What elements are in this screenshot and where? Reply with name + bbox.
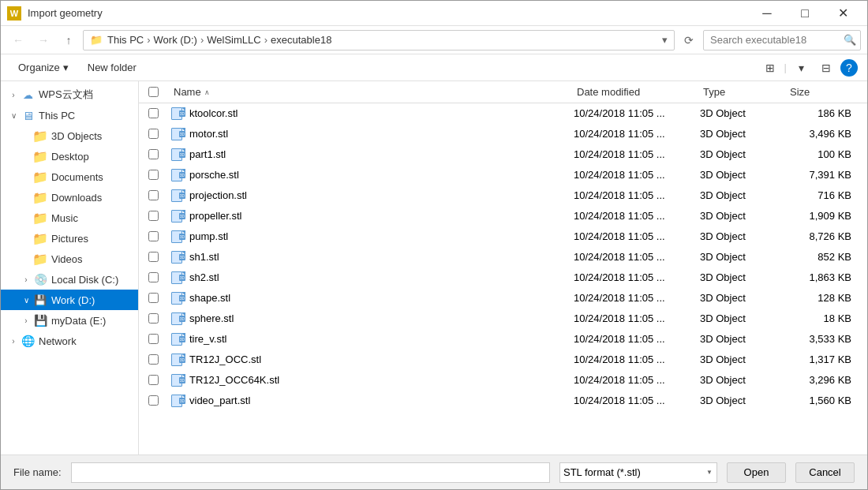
- table-row[interactable]: 3D TR12J_OCC.stl 10/24/2018 11:05 ... 3D…: [139, 350, 867, 370]
- table-row[interactable]: 3D motor.stl 10/24/2018 11:05 ... 3D Obj…: [139, 124, 867, 144]
- search-input[interactable]: [703, 30, 861, 50]
- file-type-cell: 3D Object: [700, 353, 787, 365]
- close-button[interactable]: ✕: [825, 1, 861, 26]
- row-checkbox[interactable]: [148, 170, 159, 180]
- file-type-cell: 3D Object: [700, 230, 787, 242]
- size-sort-button[interactable]: Size: [787, 81, 851, 103]
- address-bar: ← → ↑ 📁 This PC › Work (D:) › WelSimLLC …: [1, 26, 867, 54]
- name-sort-button[interactable]: Name ∧: [170, 81, 574, 103]
- panel-button[interactable]: ⊟: [815, 58, 837, 78]
- row-checkbox-cell: [139, 334, 167, 344]
- row-checkbox[interactable]: [148, 108, 159, 118]
- file-date-cell: 10/24/2018 11:05 ...: [574, 230, 700, 242]
- row-checkbox[interactable]: [148, 129, 159, 139]
- expand-icon: [20, 252, 32, 265]
- view-dropdown-button[interactable]: ▾: [790, 58, 812, 78]
- filename-input[interactable]: [71, 462, 550, 483]
- row-checkbox[interactable]: [148, 354, 159, 365]
- breadcrumb[interactable]: 📁 This PC › Work (D:) › WelSimLLC › exec…: [83, 30, 675, 50]
- file-size-cell: 1,317 KB: [787, 353, 858, 365]
- row-checkbox[interactable]: [148, 395, 159, 406]
- table-row[interactable]: 3D ktoolcor.stl 10/24/2018 11:05 ... 3D …: [139, 103, 867, 124]
- file-area: Name ∧ Date modified Type Size: [139, 81, 867, 454]
- table-row[interactable]: 3D sphere.stl 10/24/2018 11:05 ... 3D Ob…: [139, 309, 867, 329]
- file-name-cell: 3D sh1.stl: [167, 249, 574, 265]
- file-date-cell: 10/24/2018 11:05 ...: [574, 189, 700, 201]
- file-date: 10/24/2018 11:05 ...: [574, 169, 665, 181]
- drive-icon: 💿: [32, 273, 48, 286]
- file-type: 3D Object: [700, 395, 746, 406]
- sidebar-item-videos[interactable]: 📁 Videos: [1, 249, 138, 269]
- table-row[interactable]: 3D sh2.stl 10/24/2018 11:05 ... 3D Objec…: [139, 267, 867, 288]
- row-checkbox[interactable]: [148, 334, 159, 344]
- row-checkbox[interactable]: [148, 190, 159, 200]
- file-type-cell: 3D Object: [700, 148, 787, 160]
- sidebar-item-label: 3D Objects: [51, 130, 138, 142]
- file-size: 128 KB: [817, 292, 851, 304]
- forward-button[interactable]: →: [32, 29, 54, 51]
- col-type-header: Type: [700, 81, 787, 103]
- select-all-checkbox[interactable]: [148, 87, 159, 97]
- row-checkbox[interactable]: [148, 149, 159, 159]
- table-row[interactable]: 3D sh1.stl 10/24/2018 11:05 ... 3D Objec…: [139, 247, 867, 267]
- organize-button[interactable]: Organize ▾: [10, 58, 77, 78]
- new-folder-button[interactable]: New folder: [80, 58, 144, 78]
- filetype-select-wrapper: STL format (*.stl)All files (*.*): [559, 462, 717, 483]
- table-row[interactable]: 3D shape.stl 10/24/2018 11:05 ... 3D Obj…: [139, 288, 867, 309]
- up-button[interactable]: ↑: [58, 29, 80, 51]
- expand-icon: [20, 191, 32, 204]
- row-checkbox[interactable]: [148, 293, 159, 303]
- refresh-button[interactable]: ⟳: [678, 29, 700, 51]
- row-checkbox[interactable]: [148, 375, 159, 385]
- sidebar-item-work-d[interactable]: ∨ 💾 Work (D:): [1, 290, 138, 310]
- filetype-select[interactable]: STL format (*.stl)All files (*.*): [559, 462, 717, 483]
- file-name-cell: 3D shape.stl: [167, 290, 574, 306]
- sidebar-item-downloads[interactable]: 📁 Downloads: [1, 187, 138, 208]
- sidebar-item-mydata-e[interactable]: › 💾 myData (E:): [1, 310, 138, 331]
- sidebar-item-label: Desktop: [51, 151, 138, 163]
- sidebar-item-local-disk-c[interactable]: › 💿 Local Disk (C:): [1, 269, 138, 290]
- sidebar-item-label: myData (E:): [51, 315, 138, 327]
- file-name: video_part.stl: [189, 395, 250, 406]
- table-row[interactable]: 3D porsche.stl 10/24/2018 11:05 ... 3D O…: [139, 165, 867, 185]
- row-checkbox[interactable]: [148, 272, 159, 282]
- file-name-cell: 3D TR12J_OCC64K.stl: [167, 372, 574, 388]
- sidebar-item-label: Documents: [51, 171, 138, 183]
- row-checkbox[interactable]: [148, 252, 159, 262]
- table-row[interactable]: 3D TR12J_OCC64K.stl 10/24/2018 11:05 ...…: [139, 370, 867, 391]
- cancel-button[interactable]: Cancel: [795, 462, 855, 483]
- sidebar-item-network[interactable]: › 🌐 Network: [1, 331, 138, 351]
- file-size: 7,391 KB: [810, 169, 852, 181]
- table-row[interactable]: 3D projection.stl 10/24/2018 11:05 ... 3…: [139, 185, 867, 206]
- table-row[interactable]: 3D tire_v.stl 10/24/2018 11:05 ... 3D Ob…: [139, 329, 867, 350]
- minimize-button[interactable]: ─: [749, 1, 785, 26]
- sidebar-item-pictures[interactable]: 📁 Pictures: [1, 228, 138, 249]
- type-sort-button[interactable]: Type: [700, 81, 787, 103]
- table-row[interactable]: 3D propeller.stl 10/24/2018 11:05 ... 3D…: [139, 206, 867, 226]
- row-checkbox[interactable]: [148, 313, 159, 324]
- date-col-label: Date modified: [577, 86, 640, 98]
- row-checkbox[interactable]: [148, 211, 159, 221]
- open-button[interactable]: Open: [727, 462, 786, 483]
- sidebar-item-music[interactable]: 📁 Music: [1, 208, 138, 228]
- expand-icon: [20, 150, 32, 163]
- table-row[interactable]: 3D part1.stl 10/24/2018 11:05 ... 3D Obj…: [139, 144, 867, 165]
- sidebar-item-3d-objects[interactable]: 📁 3D Objects: [1, 125, 138, 146]
- maximize-button[interactable]: □: [787, 1, 823, 26]
- table-row[interactable]: 3D pump.stl 10/24/2018 11:05 ... 3D Obje…: [139, 226, 867, 247]
- sidebar-item-this-pc[interactable]: ∨ 🖥 This PC: [1, 105, 138, 125]
- sidebar-item-documents[interactable]: 📁 Documents: [1, 166, 138, 187]
- file-type-cell: 3D Object: [700, 271, 787, 283]
- date-sort-button[interactable]: Date modified: [574, 81, 700, 103]
- file-size: 18 KB: [824, 312, 851, 324]
- sidebar-item-desktop[interactable]: 📁 Desktop: [1, 146, 138, 166]
- table-row[interactable]: 3D video_part.stl 10/24/2018 11:05 ... 3…: [139, 391, 867, 411]
- file-date-cell: 10/24/2018 11:05 ...: [574, 107, 700, 119]
- row-checkbox[interactable]: [148, 231, 159, 241]
- back-button[interactable]: ←: [7, 29, 29, 51]
- file-type-cell: 3D Object: [700, 333, 787, 345]
- help-button[interactable]: ?: [840, 59, 858, 77]
- file-date: 10/24/2018 11:05 ...: [574, 395, 665, 406]
- view-options-button[interactable]: ⊞: [759, 58, 781, 78]
- sidebar-item-wps-cloud[interactable]: › ☁ WPS云文档: [1, 84, 138, 105]
